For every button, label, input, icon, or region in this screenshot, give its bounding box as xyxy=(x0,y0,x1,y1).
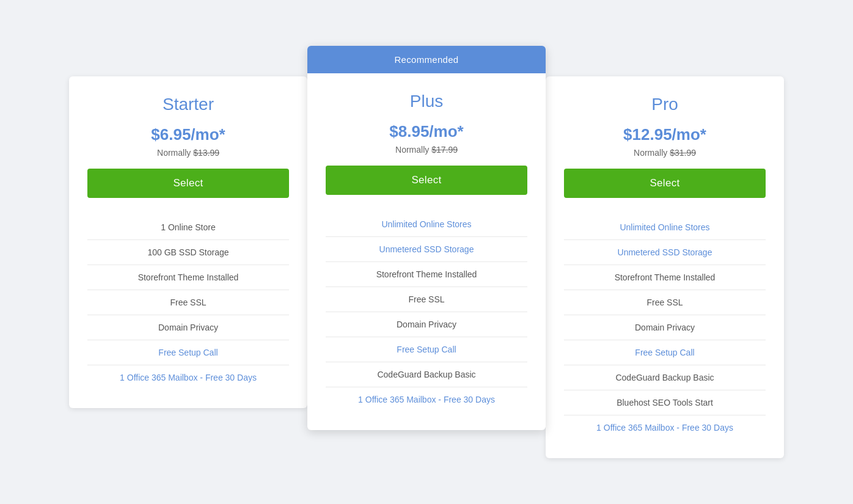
feature-item: Domain Privacy xyxy=(87,315,289,340)
select-button-starter[interactable]: Select xyxy=(87,169,289,198)
card-body-pro: Pro$12.95/mo*Normally $31.99SelectUnlimi… xyxy=(546,76,784,458)
plan-normal-price-pro: Normally $31.99 xyxy=(564,148,766,158)
feature-item: Free Setup Call xyxy=(326,337,527,362)
feature-item: Storefront Theme Installed xyxy=(564,265,766,290)
feature-item: Free SSL xyxy=(87,290,289,315)
feature-item: 1 Office 365 Mailbox - Free 30 Days xyxy=(87,365,289,390)
card-body-plus: Plus$8.95/mo*Normally $17.99SelectUnlimi… xyxy=(307,73,546,430)
feature-item: Unlimited Online Stores xyxy=(326,212,527,237)
select-button-pro[interactable]: Select xyxy=(564,169,766,198)
feature-list-pro: Unlimited Online StoresUnmetered SSD Sto… xyxy=(564,215,766,440)
feature-item: Storefront Theme Installed xyxy=(87,265,289,290)
feature-item: Domain Privacy xyxy=(326,312,527,337)
feature-item: CodeGuard Backup Basic xyxy=(564,365,766,390)
feature-list-plus: Unlimited Online StoresUnmetered SSD Sto… xyxy=(326,212,527,412)
feature-item: 1 Online Store xyxy=(87,215,289,240)
plan-price-starter: $6.95/mo* xyxy=(87,125,289,144)
plan-name-pro: Pro xyxy=(564,95,766,114)
feature-item: Free SSL xyxy=(564,290,766,315)
feature-item: Unlimited Online Stores xyxy=(564,215,766,240)
card-body-starter: Starter$6.95/mo*Normally $13.99Select1 O… xyxy=(69,76,307,408)
feature-item: Free SSL xyxy=(326,287,527,312)
pricing-card-plus: RecommendedPlus$8.95/mo*Normally $17.99S… xyxy=(307,46,546,430)
pricing-card-starter: Starter$6.95/mo*Normally $13.99Select1 O… xyxy=(69,76,307,408)
feature-item: 1 Office 365 Mailbox - Free 30 Days xyxy=(326,387,527,412)
feature-item: Storefront Theme Installed xyxy=(326,262,527,287)
feature-item: 1 Office 365 Mailbox - Free 30 Days xyxy=(564,415,766,440)
select-button-plus[interactable]: Select xyxy=(326,166,527,195)
pricing-container: Starter$6.95/mo*Normally $13.99Select1 O… xyxy=(60,46,793,458)
plan-price-pro: $12.95/mo* xyxy=(564,125,766,144)
pricing-card-pro: Pro$12.95/mo*Normally $31.99SelectUnlimi… xyxy=(546,76,784,458)
plan-name-starter: Starter xyxy=(87,95,289,114)
feature-item: 100 GB SSD Storage xyxy=(87,240,289,265)
feature-item: Domain Privacy xyxy=(564,315,766,340)
feature-item: Unmetered SSD Storage xyxy=(326,237,527,262)
feature-item: Unmetered SSD Storage xyxy=(564,240,766,265)
feature-item: Free Setup Call xyxy=(87,340,289,365)
plan-name-plus: Plus xyxy=(326,92,527,111)
feature-item: Bluehost SEO Tools Start xyxy=(564,390,766,415)
plan-normal-price-plus: Normally $17.99 xyxy=(326,145,527,155)
plan-price-plus: $8.95/mo* xyxy=(326,122,527,141)
plan-normal-price-starter: Normally $13.99 xyxy=(87,148,289,158)
feature-list-starter: 1 Online Store100 GB SSD StorageStorefro… xyxy=(87,215,289,390)
recommended-banner: Recommended xyxy=(307,46,546,73)
feature-item: CodeGuard Backup Basic xyxy=(326,362,527,387)
feature-item: Free Setup Call xyxy=(564,340,766,365)
